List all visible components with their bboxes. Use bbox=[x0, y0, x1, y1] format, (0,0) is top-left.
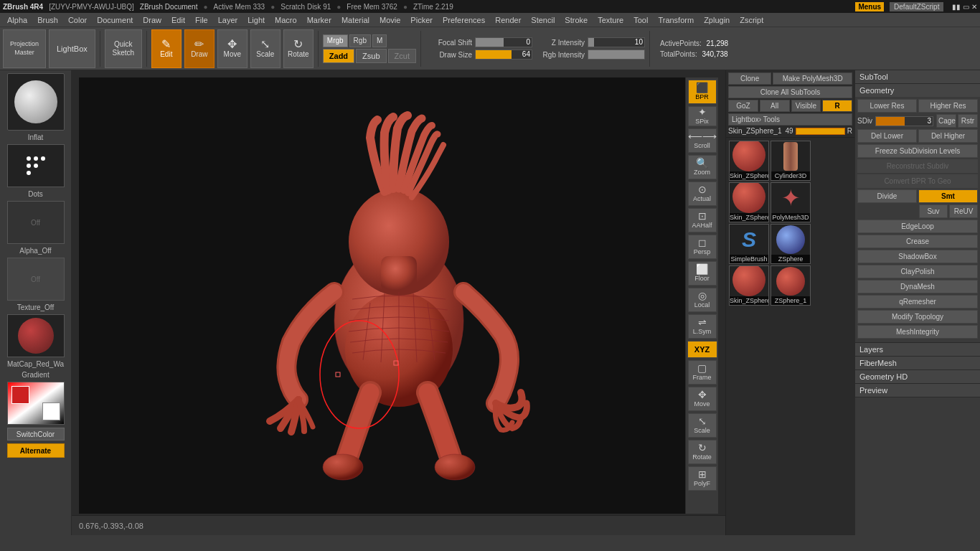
smt-button[interactable]: Smt bbox=[918, 189, 978, 203]
xyz-button[interactable]: XYZ bbox=[687, 341, 717, 358]
zcut-button[interactable]: Zcut bbox=[388, 49, 416, 63]
switch-color-button[interactable]: SwitchColor bbox=[7, 428, 65, 441]
persp-button[interactable]: ◻ Persp bbox=[688, 235, 717, 259]
menu-render[interactable]: Render bbox=[491, 14, 525, 26]
edit-button[interactable]: ✎ Edit bbox=[151, 29, 182, 68]
tool-thumb-zsphere1[interactable]: ZSphere_1 bbox=[771, 265, 811, 306]
menu-zplugin[interactable]: Zplugin bbox=[699, 14, 734, 26]
material-preview[interactable] bbox=[7, 314, 65, 357]
default-zscript[interactable]: DefaultZScript bbox=[890, 2, 943, 11]
tool-thumb-skin-zsphere2[interactable]: Skin_ZSphere_1 bbox=[729, 182, 769, 222]
projection-master-button[interactable]: ProjectionMaster bbox=[3, 29, 46, 68]
menu-transform[interactable]: Transform bbox=[654, 14, 698, 26]
menu-draw[interactable]: Draw bbox=[138, 14, 166, 26]
menu-zscript[interactable]: Zscript bbox=[735, 14, 768, 26]
menus-button[interactable]: Menus bbox=[855, 2, 884, 11]
modify-topology-button[interactable]: Modify Topology bbox=[857, 310, 978, 324]
canvas-area[interactable]: ⬛ BPR ✦ SPix ⟵⟶ Scroll 🔍 Zoom ⊙ A bbox=[72, 70, 725, 535]
layers-header[interactable]: Layers bbox=[855, 343, 980, 356]
rotate-canvas-button[interactable]: ↻ Rotate bbox=[688, 440, 717, 464]
menu-alpha[interactable]: Alpha bbox=[3, 14, 32, 26]
tool-thumb-simplebrush[interactable]: S SimpleBrush bbox=[729, 224, 769, 264]
geometry-header[interactable]: Geometry bbox=[855, 84, 980, 97]
skin-zsphere-slider[interactable] bbox=[796, 128, 845, 135]
bpr-button[interactable]: ⬛ BPR bbox=[688, 80, 717, 104]
brush-preview[interactable] bbox=[7, 73, 65, 131]
del-higher-button[interactable]: Del Higher bbox=[918, 129, 978, 143]
color-picker[interactable] bbox=[7, 382, 65, 425]
mrgb-button[interactable]: Mrgb bbox=[323, 34, 348, 47]
freeze-subdiv-button[interactable]: Freeze SubDivision Levels bbox=[857, 144, 978, 158]
window-controls[interactable]: ▮▮ ▭ ✕ bbox=[952, 3, 977, 11]
clone-button[interactable]: Clone bbox=[728, 72, 771, 85]
stroke-preview[interactable] bbox=[7, 144, 65, 187]
qremesher-button[interactable]: qRemesher bbox=[857, 295, 978, 309]
edgeloop-button[interactable]: EdgeLoop bbox=[857, 220, 978, 233]
quick-sketch-button[interactable]: QuickSketch bbox=[105, 29, 142, 68]
zoom-button[interactable]: 🔍 Zoom bbox=[688, 155, 717, 179]
canvas-viewport[interactable]: ⬛ BPR ✦ SPix ⟵⟶ Scroll 🔍 Zoom ⊙ A bbox=[79, 77, 718, 514]
rgb-button[interactable]: Rgb bbox=[349, 34, 371, 47]
tool-thumb-cylinder3d[interactable]: Cylinder3D bbox=[771, 141, 811, 181]
clone-all-subtools-button[interactable]: Clone All SubTools bbox=[728, 86, 852, 98]
scroll-button[interactable]: ⟵⟶ Scroll bbox=[688, 128, 717, 153]
zsub-button[interactable]: Zsub bbox=[356, 49, 386, 63]
zadd-button[interactable]: Zadd bbox=[323, 49, 354, 63]
preview-header[interactable]: Preview bbox=[855, 384, 980, 397]
menu-texture[interactable]: Texture bbox=[593, 14, 628, 26]
rotate-button[interactable]: ↻ Rotate bbox=[283, 29, 314, 68]
menu-preferences[interactable]: Preferences bbox=[438, 14, 489, 26]
tool-thumb-polymesh3d[interactable]: ✦ PolyMesh3D bbox=[771, 182, 811, 222]
make-polymesh-button[interactable]: Make PolyMesh3D bbox=[773, 72, 852, 85]
background-color[interactable] bbox=[42, 402, 60, 420]
crease-button[interactable]: Crease bbox=[857, 235, 978, 248]
sdiv-slider[interactable]: 3 bbox=[875, 116, 933, 126]
menu-movie[interactable]: Movie bbox=[375, 14, 405, 26]
tool-thumb-skin-zsphere3[interactable]: Skin_ZSphere_1 bbox=[729, 265, 769, 306]
higher-res-button[interactable]: Higher Res bbox=[918, 99, 978, 113]
convert-bpr-button[interactable]: Convert BPR To Geo bbox=[857, 174, 978, 188]
shadowbox-button[interactable]: ShadowBox bbox=[857, 250, 978, 263]
menu-picker[interactable]: Picker bbox=[406, 14, 437, 26]
lightbox-button[interactable]: LightBox bbox=[49, 29, 95, 68]
dynamesh-button[interactable]: DynaMesh bbox=[857, 280, 978, 293]
menu-tool[interactable]: Tool bbox=[629, 14, 652, 26]
focal-shift-slider[interactable]: 0 bbox=[475, 37, 532, 47]
reconstruct-subdiv-button[interactable]: Reconstruct Subdiv bbox=[857, 159, 978, 173]
subtool-header[interactable]: SubTool bbox=[855, 70, 980, 83]
foreground-color[interactable] bbox=[11, 386, 29, 404]
m-button[interactable]: M bbox=[372, 34, 387, 47]
menu-layer[interactable]: Layer bbox=[214, 14, 242, 26]
meshintegrity-button[interactable]: MeshIntegrity bbox=[857, 325, 978, 339]
draw-button[interactable]: ✏ Draw bbox=[184, 29, 215, 68]
menu-stroke[interactable]: Stroke bbox=[560, 14, 592, 26]
divide-button[interactable]: Divide bbox=[857, 189, 917, 203]
geometry-hd-header[interactable]: Geometry HD bbox=[855, 370, 980, 383]
lower-res-button[interactable]: Lower Res bbox=[857, 99, 917, 113]
alpha-preview[interactable]: Off bbox=[7, 201, 65, 244]
cage-button[interactable]: Cage bbox=[936, 114, 956, 128]
menu-macro[interactable]: Macro bbox=[270, 14, 301, 26]
move-button[interactable]: ✥ Move bbox=[217, 29, 248, 68]
r-button[interactable]: R bbox=[822, 100, 852, 112]
fibermesh-header[interactable]: FiberMesh bbox=[855, 357, 980, 369]
aahalf-button[interactable]: ⊡ AAHalf bbox=[688, 208, 717, 232]
floor-button[interactable]: ⬜ Floor bbox=[688, 261, 717, 286]
all-button[interactable]: All bbox=[760, 100, 790, 112]
lsym-button[interactable]: ⇌ L.Sym bbox=[688, 314, 717, 339]
scale-button[interactable]: ⤡ Scale bbox=[250, 29, 281, 68]
lightbox-tools-button[interactable]: Lightbox› Tools bbox=[728, 113, 852, 126]
menu-edit[interactable]: Edit bbox=[167, 14, 189, 26]
visible-button[interactable]: Visible bbox=[791, 100, 821, 112]
z-intensity-slider[interactable]: 10 bbox=[588, 37, 645, 47]
alternate-button[interactable]: Alternate bbox=[7, 443, 65, 458]
menu-file[interactable]: File bbox=[191, 14, 212, 26]
reuv-button[interactable]: ReUV bbox=[949, 204, 978, 218]
scale-canvas-button[interactable]: ⤡ Scale bbox=[688, 413, 717, 438]
menu-material[interactable]: Material bbox=[337, 14, 374, 26]
actual-button[interactable]: ⊙ Actual bbox=[688, 182, 717, 206]
tool-thumb-zsphere[interactable]: ZSphere bbox=[771, 224, 811, 264]
polyf-button[interactable]: ⊞ PolyF bbox=[688, 466, 717, 491]
goz-button[interactable]: GoZ bbox=[728, 100, 758, 112]
suv-button[interactable]: Suv bbox=[919, 204, 948, 218]
